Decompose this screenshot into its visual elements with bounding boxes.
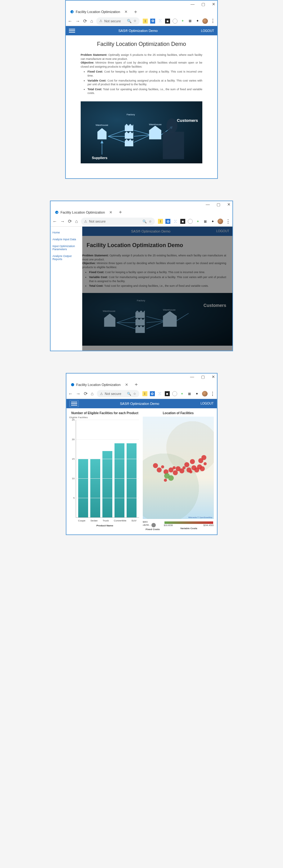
back-icon[interactable]: ← <box>52 219 57 224</box>
address-bar[interactable]: ⚠ Not secure 🔍 ☆ <box>96 18 140 25</box>
extension-icon[interactable]: ■ <box>180 219 185 224</box>
hamburger-icon[interactable] <box>69 29 75 33</box>
tab-title: Facility Location Optimization <box>76 383 121 386</box>
minimize-icon[interactable]: — <box>190 374 194 379</box>
extensions-puzzle-icon[interactable]: ✦ <box>195 391 200 396</box>
sidebar-item-home[interactable]: Home <box>52 229 81 236</box>
extension-icon[interactable]: ✦ <box>195 219 200 224</box>
variable-high: $244.4503 <box>203 524 214 526</box>
new-tab-button[interactable]: ＋ <box>116 209 125 215</box>
sidebar-item-analyze-input[interactable]: Analyze Input Data <box>52 236 81 243</box>
sidebar-item-analyze-output[interactable]: Analyze Output Reports <box>52 253 81 262</box>
close-icon[interactable]: ✕ <box>227 202 231 207</box>
bar[interactable] <box>90 459 100 517</box>
kebab-menu-icon[interactable]: ⋮ <box>210 391 215 397</box>
search-icon[interactable]: 🔍 <box>142 219 147 223</box>
security-label: Not secure <box>104 19 121 23</box>
extension-icon[interactable]: ✿ <box>150 391 155 396</box>
star-icon[interactable]: ☆ <box>134 19 137 23</box>
fixed-text: Cost for keeping a facility open or clos… <box>104 271 205 274</box>
bar[interactable] <box>103 451 112 517</box>
reload-icon[interactable]: ⟳ <box>83 18 87 24</box>
forward-icon[interactable]: → <box>60 219 65 224</box>
profile-avatar[interactable] <box>202 391 207 397</box>
forward-icon[interactable]: → <box>76 391 81 397</box>
close-tab-icon[interactable]: ✕ <box>125 382 128 387</box>
app-title: SAS® Optimization Demo <box>120 402 160 405</box>
fixed-text: Cost for keeping a facility open or clos… <box>87 70 202 77</box>
close-tab-icon[interactable]: ✕ <box>124 10 128 14</box>
logout-link[interactable]: LOGOUT <box>216 229 229 233</box>
search-icon[interactable]: 🔍 <box>127 392 131 396</box>
extensions-puzzle-icon[interactable]: ✦ <box>210 219 215 224</box>
kebab-menu-icon[interactable]: ⋮ <box>210 18 215 24</box>
extension-icon[interactable] <box>172 391 177 396</box>
home-icon[interactable]: ⌂ <box>90 18 93 24</box>
extension-icon[interactable]: I <box>142 391 147 396</box>
bar[interactable] <box>78 459 88 517</box>
back-icon[interactable]: ← <box>68 391 73 397</box>
hamburger-button[interactable] <box>69 400 79 407</box>
extension-icon[interactable]: I <box>158 219 163 224</box>
extension-icon[interactable] <box>188 219 193 224</box>
extension-icon[interactable]: ✿ <box>165 219 170 224</box>
extension-icon[interactable]: ⵘ <box>157 391 162 396</box>
extensions-puzzle-icon[interactable]: ✦ <box>195 19 200 24</box>
window-controls: — ▢ ✕ <box>66 1 217 7</box>
close-icon[interactable]: ✕ <box>211 374 215 379</box>
extension-icon[interactable]: ⊞ <box>203 219 207 224</box>
logout-link[interactable]: LOGOUT <box>200 402 214 405</box>
kebab-menu-icon[interactable]: ⋮ <box>226 219 231 224</box>
extension-icon[interactable]: ⊞ <box>187 391 192 396</box>
extension-icon[interactable]: ⊞ <box>188 19 192 24</box>
reload-icon[interactable]: ⟳ <box>68 219 72 224</box>
reload-icon[interactable]: ⟳ <box>84 391 88 397</box>
extension-icon[interactable]: ■ <box>165 391 170 396</box>
maximize-icon[interactable]: ▢ <box>217 202 220 207</box>
svg-rect-6 <box>135 320 145 325</box>
maximize-icon[interactable]: ▢ <box>201 2 205 6</box>
search-icon[interactable]: 🔍 <box>127 19 132 23</box>
star-icon[interactable]: ☆ <box>149 219 152 223</box>
bar[interactable] <box>114 443 124 517</box>
profile-avatar[interactable] <box>202 18 208 24</box>
new-tab-button[interactable]: ＋ <box>131 9 140 15</box>
bar[interactable] <box>126 443 137 517</box>
forward-icon[interactable]: → <box>76 18 80 24</box>
address-bar[interactable]: ⚠ Not secure 🔍 ☆ <box>97 390 139 397</box>
home-icon[interactable]: ⌂ <box>91 391 94 397</box>
new-tab-button[interactable]: ＋ <box>132 381 141 388</box>
home-icon[interactable]: ⌂ <box>75 219 78 224</box>
extension-icon[interactable]: ■ <box>165 19 170 24</box>
close-tab-icon[interactable]: ✕ <box>109 210 112 215</box>
extension-icon[interactable]: I <box>143 19 148 24</box>
extension-icon[interactable]: ✦ <box>180 19 185 24</box>
address-bar[interactable]: ⚠ Not secure 🔍 ☆ <box>81 218 155 225</box>
extension-icon[interactable]: ✦ <box>180 391 185 396</box>
logout-link[interactable]: LOGOUT <box>201 29 214 33</box>
maximize-icon[interactable]: ▢ <box>201 374 205 379</box>
extension-icon[interactable] <box>172 19 177 24</box>
extension-icon[interactable]: ⵘ <box>173 219 178 224</box>
profile-avatar[interactable] <box>218 219 223 224</box>
variable-label: Variable Cost: <box>89 276 108 279</box>
problem-label: Problem Statement: <box>82 254 109 257</box>
extension-icon[interactable]: ⵘ <box>158 19 163 24</box>
close-icon[interactable]: ✕ <box>212 2 215 6</box>
minimize-icon[interactable]: — <box>206 202 210 207</box>
extension-icon[interactable]: ✿ <box>150 19 155 24</box>
objective-text: Minimize three types of cost by deciding… <box>82 261 226 269</box>
browser-tab[interactable]: Facility Location Optimization ✕ <box>68 8 130 16</box>
not-secure-icon: ⚠ <box>99 19 103 23</box>
minimize-icon[interactable]: — <box>191 2 195 6</box>
not-secure-icon: ⚠ <box>100 392 103 396</box>
browser-tab[interactable]: Facility Location Optimization ✕ <box>52 208 115 216</box>
x-tick: Sedan <box>90 519 97 522</box>
facility-map[interactable]: Wikimedia © OpenStreetMap <box>143 416 214 519</box>
star-icon[interactable]: ☆ <box>133 392 136 396</box>
fixed-low: ≤$290… <box>143 524 151 526</box>
sidebar-item-input-params[interactable]: Input Optimization Parameters <box>52 243 81 253</box>
browser-tab[interactable]: Facility Location Optimization ✕ <box>68 381 131 389</box>
back-icon[interactable]: ← <box>68 18 72 24</box>
main-content: Facility Location Optimization Demo Prob… <box>66 35 217 178</box>
